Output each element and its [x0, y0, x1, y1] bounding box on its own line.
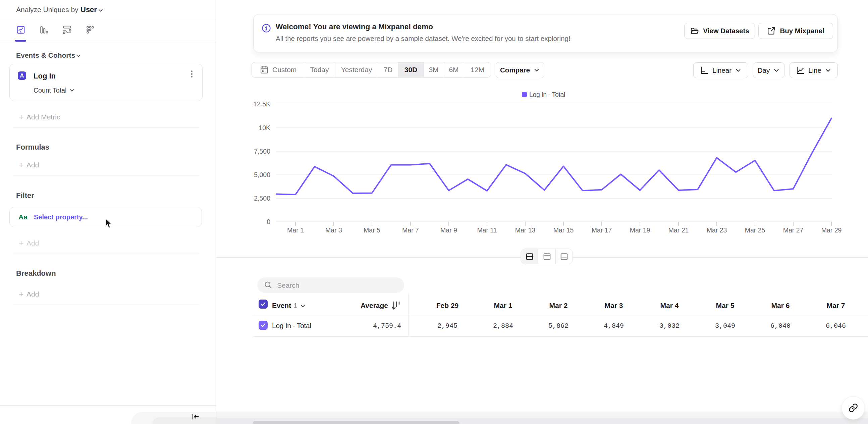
svg-text:Mar 1: Mar 1: [287, 226, 304, 234]
svg-text:Mar 5: Mar 5: [364, 226, 380, 234]
svg-text:Mar 23: Mar 23: [707, 226, 727, 234]
svg-text:Mar 19: Mar 19: [630, 226, 650, 234]
svg-text:Mar 21: Mar 21: [669, 226, 689, 234]
svg-text:12.5K: 12.5K: [253, 100, 270, 108]
svg-text:2,500: 2,500: [254, 194, 270, 202]
svg-text:0: 0: [267, 218, 270, 225]
svg-text:7,500: 7,500: [254, 148, 270, 155]
svg-text:Mar 29: Mar 29: [822, 226, 842, 234]
svg-text:Mar 27: Mar 27: [783, 226, 804, 234]
svg-text:5,000: 5,000: [254, 171, 270, 178]
svg-text:Mar 13: Mar 13: [515, 226, 536, 234]
svg-text:Mar 25: Mar 25: [745, 226, 765, 234]
svg-text:Mar 3: Mar 3: [326, 226, 342, 234]
svg-text:10K: 10K: [258, 124, 270, 131]
svg-text:Mar 17: Mar 17: [592, 226, 612, 234]
svg-text:Mar 11: Mar 11: [477, 226, 497, 234]
svg-text:Mar 9: Mar 9: [440, 226, 457, 234]
svg-text:Mar 7: Mar 7: [402, 226, 419, 234]
svg-text:Mar 15: Mar 15: [553, 226, 574, 234]
